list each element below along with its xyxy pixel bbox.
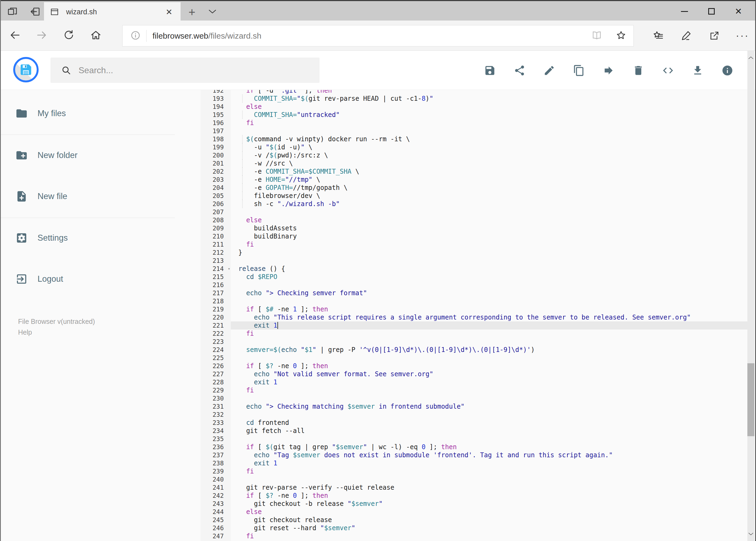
site-info-icon[interactable]	[130, 30, 141, 42]
code-line-213[interactable]: 213	[200, 257, 747, 265]
annotate-pen-icon[interactable]	[680, 29, 692, 42]
tab-preview-toggle-icon[interactable]	[207, 8, 217, 16]
code-line-239[interactable]: 239 fi	[200, 467, 747, 475]
code-line-220[interactable]: 220 echo "This release script requires a…	[200, 313, 747, 321]
url-text[interactable]: filebrowser.web/files/wizard.sh	[152, 31, 591, 41]
code-line-204[interactable]: 204 -e GOPATH=//tmp/gopath \	[200, 184, 747, 192]
save-button[interactable]	[484, 64, 496, 77]
code-line-208[interactable]: 208 else	[200, 216, 747, 224]
search-input[interactable]	[79, 65, 295, 75]
code-line-196[interactable]: 196 fi	[200, 119, 747, 127]
home-button[interactable]	[90, 29, 102, 42]
code-line-193[interactable]: 193 COMMIT_SHA="$(git rev-parse HEAD | c…	[200, 95, 747, 103]
info-button[interactable]	[721, 64, 734, 77]
sidebar-item-logout[interactable]: Logout	[15, 272, 63, 286]
code-line-200[interactable]: 200 -v /$(pwd):/src:z \	[200, 151, 747, 159]
tab-close-icon[interactable]: ✕	[163, 6, 175, 18]
search-bar[interactable]	[51, 58, 320, 83]
code-line-199[interactable]: 199 -u "$(id -u)" \	[200, 143, 747, 151]
forward-button[interactable]	[36, 29, 48, 42]
scrollbar-thumb[interactable]	[747, 363, 754, 436]
code-line-214[interactable]: 214▾release () {	[200, 265, 747, 273]
code-line-242[interactable]: 242 if [ $? -ne 0 ]; then	[200, 492, 747, 500]
code-line-206[interactable]: 206 sh -c "./wizard.sh -b"	[200, 200, 747, 208]
code-line-205[interactable]: 205 filebrowser/dev \	[200, 192, 747, 200]
browser-tab[interactable]: wizard.sh ✕	[44, 2, 180, 22]
share-icon[interactable]	[708, 29, 721, 42]
code-line-234[interactable]: 234 git fetch --all	[200, 427, 747, 435]
code-line-237[interactable]: 237 echo "Tag $semver does not exist in …	[200, 451, 747, 459]
code-line-230[interactable]: 230	[200, 394, 747, 402]
code-line-233[interactable]: 233 cd frontend	[200, 419, 747, 427]
scroll-up-icon[interactable]	[747, 52, 754, 63]
back-button[interactable]	[9, 29, 21, 42]
code-line-222[interactable]: 222 fi	[200, 329, 747, 337]
window-close-button[interactable]: ✕	[725, 1, 752, 22]
code-line-197[interactable]: 197	[200, 127, 747, 135]
code-line-229[interactable]: 229 fi	[200, 386, 747, 394]
code-line-201[interactable]: 201 -w //src \	[200, 159, 747, 168]
code-line-225[interactable]: 225	[200, 354, 747, 362]
code-line-232[interactable]: 232	[200, 410, 747, 419]
more-menu-icon[interactable]: ···	[736, 29, 749, 42]
favorite-star-icon[interactable]	[616, 30, 627, 42]
code-line-231[interactable]: 231 echo "> Checking matching $semver in…	[200, 402, 747, 410]
share-file-button[interactable]	[513, 64, 526, 77]
help-link[interactable]: Help	[18, 328, 32, 336]
download-button[interactable]	[691, 64, 704, 77]
reading-view-icon[interactable]	[591, 30, 602, 42]
code-line-195[interactable]: 195 COMMIT_SHA="untracked"	[200, 111, 747, 119]
code-view-button[interactable]	[662, 64, 674, 77]
new-tab-button[interactable]: +	[186, 5, 198, 19]
code-line-244[interactable]: 244 else	[200, 508, 747, 516]
delete-button[interactable]	[632, 64, 644, 77]
code-line-211[interactable]: 211 fi	[200, 241, 747, 249]
copy-button[interactable]	[573, 64, 585, 77]
code-editor[interactable]: 192 if [ -d ".git" ]; then193 COMMIT_SHA…	[200, 90, 747, 541]
code-line-194[interactable]: 194 else	[200, 103, 747, 111]
code-line-240[interactable]: 240	[200, 475, 747, 483]
code-line-228[interactable]: 228 exit 1	[200, 378, 747, 386]
code-line-247[interactable]: 247 fi	[200, 532, 747, 540]
code-line-192[interactable]: 192 if [ -d ".git" ]; then	[200, 90, 747, 95]
sidebar-item-new-file[interactable]: New file	[15, 190, 67, 203]
code-line-198[interactable]: 198 $(command -v winpty) docker run --rm…	[200, 135, 747, 143]
refresh-button[interactable]	[63, 29, 75, 42]
code-line-210[interactable]: 210 buildBinary	[200, 232, 747, 241]
code-line-241[interactable]: 241 git rev-parse --verify --quiet relea…	[200, 483, 747, 492]
code-line-218[interactable]: 218	[200, 297, 747, 305]
sidebar-item-new-folder[interactable]: New folder	[15, 149, 78, 162]
set-tabs-aside-icon[interactable]	[29, 6, 41, 18]
code-line-223[interactable]: 223	[200, 337, 747, 346]
window-minimize-button[interactable]	[671, 1, 698, 22]
code-line-245[interactable]: 245 git checkout release	[200, 516, 747, 524]
hub-favorites-icon[interactable]	[652, 29, 664, 42]
filebrowser-logo[interactable]	[13, 57, 39, 82]
move-button[interactable]	[603, 64, 615, 77]
scroll-down-icon[interactable]	[747, 529, 754, 539]
code-line-246[interactable]: 246 git reset --hard "$semver"	[200, 524, 747, 532]
code-line-203[interactable]: 203 -e HOME="//tmp" \	[200, 176, 747, 184]
code-line-209[interactable]: 209 buildAssets	[200, 224, 747, 232]
code-line-236[interactable]: 236 if [ $(git tag | grep "$semver" | wc…	[200, 443, 747, 451]
window-maximize-button[interactable]	[698, 1, 725, 22]
edit-button[interactable]	[543, 64, 556, 77]
page-scrollbar[interactable]	[747, 51, 754, 541]
code-line-217[interactable]: 217 echo "> Checking semver format"	[200, 289, 747, 297]
code-line-216[interactable]: 216	[200, 281, 747, 289]
code-line-212[interactable]: 212}	[200, 249, 747, 257]
code-line-226[interactable]: 226 if [ $? -ne 0 ]; then	[200, 362, 747, 370]
tab-preview-icon[interactable]	[7, 6, 18, 18]
code-line-243[interactable]: 243 git checkout -b release "$semver"	[200, 500, 747, 508]
url-bar[interactable]: filebrowser.web/files/wizard.sh	[122, 25, 634, 46]
code-line-221[interactable]: 221 exit 1	[200, 321, 747, 329]
sidebar-item-my-files[interactable]: My files	[15, 107, 66, 120]
code-line-219[interactable]: 219 if [ $# -ne 1 ]; then	[200, 305, 747, 313]
code-line-215[interactable]: 215 cd $REPO	[200, 273, 747, 281]
fold-arrow-icon[interactable]: ▾	[228, 265, 230, 273]
code-line-238[interactable]: 238 exit 1	[200, 459, 747, 467]
code-line-202[interactable]: 202 -e COMMIT_SHA=$COMMIT_SHA \	[200, 168, 747, 176]
code-line-227[interactable]: 227 echo "Not valid semver format. See s…	[200, 370, 747, 378]
sidebar-item-settings[interactable]: Settings	[15, 231, 68, 245]
code-line-207[interactable]: 207	[200, 208, 747, 216]
